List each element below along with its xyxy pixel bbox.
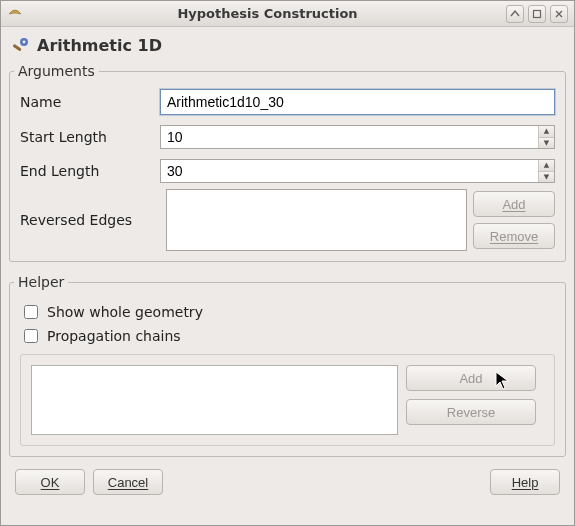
svg-rect-0: [534, 10, 541, 17]
rollup-button[interactable]: [506, 5, 524, 23]
start-length-input[interactable]: [161, 126, 538, 148]
show-whole-geometry-row[interactable]: Show whole geometry: [20, 300, 555, 324]
dialog-body: Arithmetic 1D Arguments Name Start Lengt…: [1, 27, 574, 525]
arguments-legend: Arguments: [14, 63, 99, 79]
end-length-spinbox[interactable]: ▲ ▼: [160, 159, 555, 183]
start-length-spinbox[interactable]: ▲ ▼: [160, 125, 555, 149]
svg-rect-3: [13, 44, 22, 52]
svg-point-2: [23, 41, 26, 44]
start-length-spin-buttons: ▲ ▼: [538, 126, 554, 148]
dialog-button-bar: OK Cancel Help: [9, 465, 566, 501]
propagation-chains-checkbox[interactable]: [24, 329, 38, 343]
end-length-label: End Length: [20, 163, 160, 179]
titlebar-buttons: [506, 5, 568, 23]
start-length-label: Start Length: [20, 129, 160, 145]
reversed-remove-button[interactable]: Remove: [473, 223, 555, 249]
ok-button[interactable]: OK: [15, 469, 85, 495]
titlebar: Hypothesis Construction: [1, 1, 574, 27]
dialog-header: Arithmetic 1D: [9, 33, 566, 59]
reversed-edges-label: Reversed Edges: [20, 212, 160, 228]
propagation-chains-label: Propagation chains: [47, 328, 181, 344]
dialog-title: Arithmetic 1D: [37, 36, 162, 55]
propagation-add-button[interactable]: Add: [406, 365, 536, 391]
show-whole-geometry-checkbox[interactable]: [24, 305, 38, 319]
helper-legend: Helper: [14, 274, 68, 290]
end-length-input[interactable]: [161, 160, 538, 182]
arguments-group: Arguments Name Start Length ▲ ▼ End Leng…: [9, 63, 566, 262]
app-icon: [7, 6, 23, 22]
propagation-reverse-button[interactable]: Reverse: [406, 399, 536, 425]
reversed-edges-list[interactable]: [166, 189, 467, 251]
wrench-gear-icon: [11, 35, 31, 55]
end-length-down[interactable]: ▼: [539, 171, 554, 183]
propagation-frame: Add Reverse: [20, 354, 555, 446]
cancel-button[interactable]: Cancel: [93, 469, 163, 495]
close-button[interactable]: [550, 5, 568, 23]
reversed-add-button[interactable]: Add: [473, 191, 555, 217]
help-button[interactable]: Help: [490, 469, 560, 495]
maximize-button[interactable]: [528, 5, 546, 23]
helper-group: Helper Show whole geometry Propagation c…: [9, 274, 566, 457]
show-whole-geometry-label: Show whole geometry: [47, 304, 203, 320]
name-input[interactable]: [160, 89, 555, 115]
window-title: Hypothesis Construction: [29, 6, 506, 21]
propagation-chains-row[interactable]: Propagation chains: [20, 324, 555, 348]
start-length-up[interactable]: ▲: [539, 126, 554, 137]
start-length-down[interactable]: ▼: [539, 137, 554, 149]
propagation-list[interactable]: [31, 365, 398, 435]
end-length-up[interactable]: ▲: [539, 160, 554, 171]
name-label: Name: [20, 94, 160, 110]
dialog-window: Hypothesis Construction Arithmetic 1D: [0, 0, 575, 526]
end-length-spin-buttons: ▲ ▼: [538, 160, 554, 182]
